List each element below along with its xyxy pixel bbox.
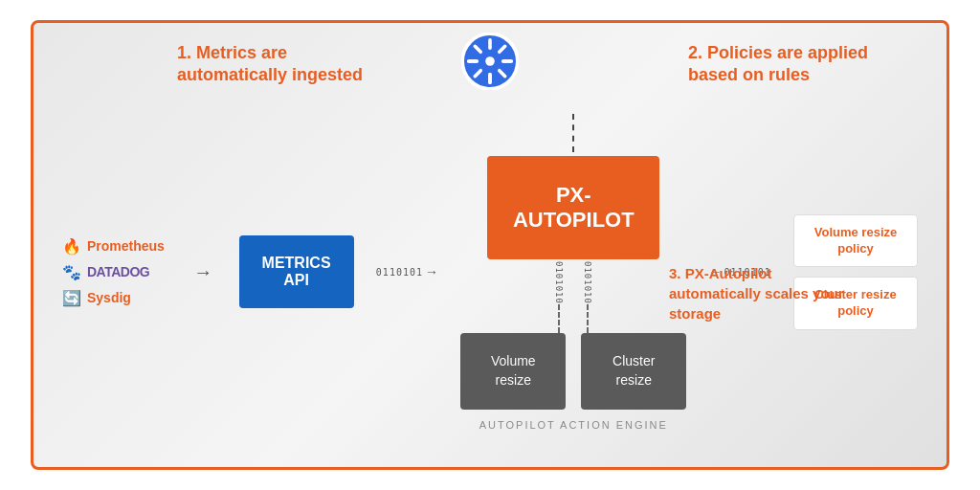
annotation-step3: 3. PX-Autopilot automatically scales you… [669,263,860,323]
annotation-right: 2. Policies are applied based on rules [688,42,908,87]
action-cluster-label: Cluster resize [604,352,663,390]
svg-rect-11 [467,59,479,63]
action-engine-label: AUTOPILOT ACTION ENGINE [479,419,668,431]
annotation-left: 1. Metrics are automatically ingested [177,42,388,87]
px-autopilot-container: PX-AUTOPILOT 0101010 0101010 Volume resi… [460,114,686,431]
sysdig-icon: 🔄 [62,289,81,307]
kubernetes-icon [461,33,519,90]
flow-arrow-1: → [425,264,438,279]
action-volume-label: Volume resize [483,352,543,390]
policy-volume: Volume resize policy [793,214,918,268]
px-autopilot-label: PX-AUTOPILOT [506,183,640,233]
datadog-icon: 🐾 [62,263,81,281]
action-boxes-row: Volume resize Cluster resize [460,333,686,410]
metrics-api-box: METRICS API [239,235,354,308]
sysdig-label: Sysdig [87,290,131,305]
action-box-volume: Volume resize [460,333,566,410]
prometheus-label: Prometheus [87,238,165,254]
main-frame: 1. Metrics are automatically ingested [31,20,949,470]
top-annotations: 1. Metrics are automatically ingested [62,42,918,87]
sources-list: 🔥 Prometheus 🐾 DATADOG 🔄 Sysdig [62,237,167,307]
sources-to-metrics-arrow: → [193,261,212,283]
binary-flow-1: 0110101 → [376,264,438,279]
svg-rect-9 [488,73,492,84]
dashed-down-right [587,304,589,333]
source-sysdig: 🔄 Sysdig [62,289,167,307]
kube-to-px-line [572,114,574,152]
binary-vertical-1: 0101010 [554,261,564,304]
prometheus-icon: 🔥 [62,237,81,256]
datadog-label: DATADOG [87,264,149,279]
policy-volume-label: Volume resize policy [814,225,897,256]
bottom-line-left: 0101010 [554,261,564,333]
svg-rect-2 [488,38,492,50]
metrics-api-label: METRICS API [255,255,339,289]
source-datadog: 🐾 DATADOG [62,263,167,281]
binary-vertical-2: 0101010 [583,261,592,304]
action-box-cluster: Cluster resize [581,333,686,410]
source-prometheus: 🔥 Prometheus [62,237,167,256]
dashed-down-left [558,304,560,333]
binary-label-1: 0110101 [376,267,423,278]
bottom-lines-container: 0101010 0101010 [554,261,592,333]
bottom-line-right: 0101010 [583,261,592,333]
svg-rect-7 [501,59,513,63]
px-autopilot-box: PX-AUTOPILOT [487,156,659,259]
svg-point-1 [485,56,495,66]
